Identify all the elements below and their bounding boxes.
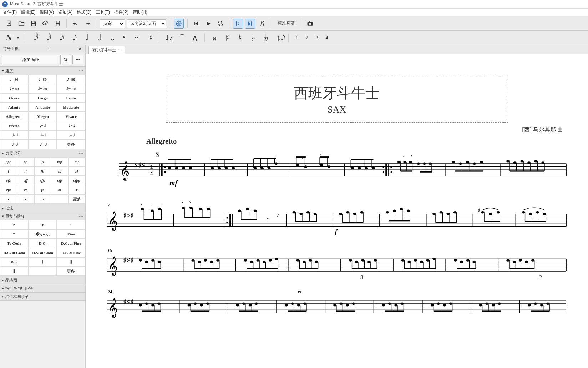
flip-button[interactable]: ↕𝅘𝅥𝅮	[274, 33, 283, 43]
scroll-select[interactable]: 纵向滚动页面	[127, 19, 166, 28]
palette-cell[interactable]: pp	[17, 157, 34, 166]
palette-cell[interactable]: Andante	[29, 103, 57, 112]
staff-system-1[interactable]: 𝄋 𝄞 ♯♯♯ 2 4	[103, 152, 570, 192]
score-view[interactable]: 西班牙斗牛士 SAX [西] 马尔其那 曲 Allegretto 𝄋 𝄞 ♯♯♯…	[86, 54, 588, 368]
redo-button[interactable]	[82, 19, 92, 29]
loop-button[interactable]	[216, 19, 225, 29]
camera-button[interactable]	[305, 19, 315, 29]
palette-header-dynamics[interactable]: ▾力度记号•••	[0, 149, 85, 157]
palette-cell[interactable]: sfz	[0, 176, 17, 185]
palette-header-fretboard[interactable]: ▸品格图	[0, 276, 85, 284]
flat-button[interactable]: ♭	[248, 33, 258, 43]
palette-cell[interactable]: mf	[68, 157, 85, 166]
score-title[interactable]: 西班牙斗牛士	[177, 83, 497, 103]
palette-cell[interactable]: s	[0, 194, 17, 204]
duration-32nd-button[interactable]: 𝅘𝅥𝅰	[42, 33, 51, 43]
sharp-button[interactable]: ♯	[223, 33, 232, 43]
palette-header-tempo[interactable]: ▾速度•••	[0, 67, 85, 75]
palette-more-button[interactable]: •••	[72, 55, 83, 64]
title-frame[interactable]: 西班牙斗牛士 SAX	[166, 76, 508, 123]
voice-3-button[interactable]: 3	[314, 35, 320, 40]
note-input-mode-button[interactable]: N	[4, 33, 14, 43]
palette-cell[interactable]: Moderato	[57, 103, 85, 112]
menu-tools[interactable]: 工具(T)	[96, 9, 110, 15]
palette-cell[interactable]: D.C.	[29, 239, 57, 248]
staff-system-3[interactable]: 16 𝄞 ♯♯♯ 3 3	[103, 245, 570, 281]
score-tempo-text[interactable]: Allegretto	[146, 137, 570, 145]
open-file-button[interactable]	[16, 19, 26, 29]
play-button[interactable]	[203, 19, 213, 29]
double-flat-button[interactable]: 𝄫	[261, 33, 270, 43]
palette-cell[interactable]: D.S.	[0, 257, 29, 267]
loop-in-button[interactable]	[233, 19, 243, 29]
metronome-button[interactable]	[257, 19, 267, 29]
palette-cell[interactable]: D.S. al Coda	[29, 248, 57, 257]
palette-cell[interactable]: Fine	[57, 229, 85, 239]
duration-dot-button[interactable]: •	[119, 34, 128, 42]
rewind-button[interactable]	[191, 19, 201, 29]
score-composer[interactable]: [西] 马尔其那 曲	[103, 126, 563, 134]
palette-search-button[interactable]	[60, 55, 71, 64]
palette-undock-icon[interactable]: ◇	[46, 46, 49, 51]
palette-header-frames[interactable]: ▸占位框与小节	[0, 293, 85, 300]
palette-cell[interactable]: fp	[51, 166, 68, 176]
palette-header-repeats[interactable]: ▾重复与跳转•••	[0, 212, 85, 220]
palette-cell[interactable]: 𝄎	[0, 220, 29, 229]
palette-cell[interactable]: D.C. al Fine	[57, 239, 85, 248]
tab-document[interactable]: 西班牙斗牛士 ×	[88, 46, 125, 54]
new-file-button[interactable]	[4, 19, 14, 29]
menu-plugins[interactable]: 插件(P)	[114, 9, 128, 15]
palette-header-breaks[interactable]: ▸换行符与行距符	[0, 284, 85, 292]
concert-pitch-button[interactable]	[174, 19, 184, 29]
duration-quarter-button[interactable]: 𝅘𝅥	[81, 33, 90, 43]
duration-half-button[interactable]: 𝅗𝅥	[93, 33, 103, 43]
voice-1-button[interactable]: 1	[294, 35, 300, 40]
palette-cell[interactable]: 𝄌	[57, 220, 85, 229]
palette-cell[interactable]: 𝄋	[29, 220, 57, 229]
palette-cell[interactable]: Lento	[57, 93, 85, 103]
palette-cell[interactable]: Presto	[0, 121, 29, 130]
palette-cell[interactable]: Largo	[29, 93, 57, 103]
tie-button[interactable]: ♪͜♪	[164, 34, 174, 42]
palette-cell[interactable]: D.S. al Fine	[57, 248, 85, 257]
menu-view[interactable]: 视图(V)	[40, 9, 54, 15]
palette-cell[interactable]: sf	[68, 166, 85, 176]
note-input-dropdown-icon[interactable]: ▾	[17, 36, 19, 40]
double-sharp-button[interactable]: 𝄪	[210, 33, 219, 43]
marcato-button[interactable]: ʌ	[190, 33, 199, 43]
voice-4-button[interactable]: 4	[324, 35, 330, 40]
palette-cell[interactable]: r	[68, 185, 85, 194]
palette-cell[interactable]: 𝄊	[0, 229, 29, 239]
palette-cell[interactable]: ppp	[0, 157, 17, 166]
duration-8th-button[interactable]: 𝅘𝅥𝅮	[68, 33, 77, 43]
duration-64th-button[interactable]: 𝅘𝅥𝅱	[29, 33, 39, 43]
palette-cell[interactable]: sffz	[34, 176, 51, 185]
palette-cell[interactable]: 𝅘𝅥 = 80	[29, 75, 57, 84]
menu-file[interactable]: 文件(F)	[3, 9, 17, 15]
palette-cell[interactable]: m	[51, 185, 68, 194]
palette-cell[interactable]: 更多	[57, 140, 85, 149]
palette-cell[interactable]: 𝅘𝅥. = 80	[29, 84, 57, 93]
palette-cell[interactable]: mp	[51, 157, 68, 166]
natural-button[interactable]: ♮	[235, 33, 245, 43]
menu-add[interactable]: 添加(A)	[58, 9, 72, 15]
tab-close-icon[interactable]: ×	[119, 48, 121, 53]
palette-cell[interactable]: rf	[17, 185, 34, 194]
palette-cell[interactable]	[51, 194, 68, 204]
duration-whole-button[interactable]: 𝅝	[106, 33, 116, 43]
palette-cell[interactable]: n	[34, 194, 51, 204]
menu-edit[interactable]: 编辑(E)	[21, 9, 35, 15]
palette-cell[interactable]: D.C. al Coda	[0, 248, 29, 257]
palette-cell[interactable]: 更多	[57, 267, 85, 276]
loop-out-button[interactable]	[245, 19, 255, 29]
palette-cell[interactable]: Allegro	[29, 112, 57, 121]
palette-cell[interactable]: Vivace	[57, 112, 85, 121]
save-button[interactable]	[29, 19, 39, 29]
add-palette-button[interactable]: 添加面板	[2, 55, 59, 64]
palette-header-fingering[interactable]: ▸指法	[0, 204, 85, 212]
palette-cell[interactable]: Grave	[0, 93, 29, 103]
palette-cell[interactable]: 𝄃𝄀	[57, 257, 85, 267]
rest-button[interactable]: 𝄽	[145, 33, 154, 43]
menu-format[interactable]: 格式(O)	[77, 9, 91, 15]
palette-cell[interactable]: 𝅘𝅥 = 𝅘𝅥.	[29, 121, 57, 130]
